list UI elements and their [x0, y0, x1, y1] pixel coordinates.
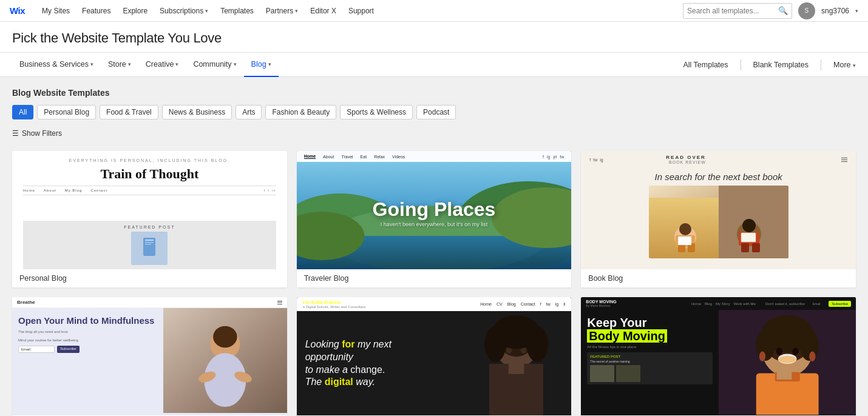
more-chevron-icon: ▾ [853, 62, 856, 69]
view-button-5[interactable]: View [399, 357, 433, 374]
cat-right-links: All Templates Blank Templates More ▾ [683, 59, 856, 70]
all-templates-link[interactable]: All Templates [683, 61, 728, 69]
top-nav-links: My Sites Features Explore Subscriptions▾… [36, 0, 683, 22]
tag-podcast[interactable]: Podcast [416, 105, 456, 119]
template-grid: EVERYTHING IS PERSONAL, INCLUDING THIS B… [12, 151, 856, 416]
edit-button[interactable]: Edit [155, 212, 185, 227]
template-card-mindfulness-blog[interactable]: Breathe Open Your Mind to Mindfulness Th… [12, 297, 287, 416]
wix-logo[interactable]: Wix [10, 5, 25, 16]
section-title: Blog Website Templates [12, 88, 856, 98]
cat-divider-2 [821, 59, 821, 70]
nav-subscriptions[interactable]: Subscriptions▾ [154, 0, 214, 22]
view-button-3[interactable]: View [683, 211, 717, 228]
view-button-6[interactable]: View [683, 357, 717, 374]
tag-fashion-beauty[interactable]: Fashion & Beauty [265, 105, 336, 119]
tag-sports-wellness[interactable]: Sports & Wellness [340, 105, 413, 119]
search-bar[interactable]: 🔍 [683, 3, 792, 19]
nav-editor-x[interactable]: Editor X [304, 0, 342, 22]
show-filters-button[interactable]: ☰ Show Filters [12, 129, 62, 138]
tag-food-travel[interactable]: Food & Travel [100, 105, 158, 119]
cat-chevron-2: ▾ [175, 61, 178, 67]
nav-partners[interactable]: Partners▾ [260, 0, 304, 22]
edit-button-5[interactable]: Edit [439, 358, 469, 374]
show-filters-label: Show Filters [22, 129, 62, 138]
nav-templates[interactable]: Templates [214, 0, 260, 22]
cat-community[interactable]: Community ▾ [186, 53, 243, 77]
template-card-book-blog[interactable]: ftwig READ OVER BOOK REVIEW In search fo… [581, 151, 856, 287]
tag-all[interactable]: All [12, 105, 33, 119]
template-card-personal-blog[interactable]: EVERYTHING IS PERSONAL, INCLUDING THIS B… [12, 151, 287, 287]
cat-chevron-0: ▾ [90, 61, 93, 67]
avatar: S [798, 2, 815, 19]
nav-my-sites[interactable]: My Sites [36, 0, 76, 22]
cat-business-services[interactable]: Business & Services ▾ [12, 53, 101, 77]
tpl-traveler-subtitle: I haven't been everywhere, but it's on m… [373, 221, 496, 227]
tag-personal-blog[interactable]: Personal Blog [37, 105, 96, 119]
filter-icon: ☰ [12, 129, 19, 138]
template-card-traveler-blog[interactable]: Home About Travel Eat Relax Videos figpt… [297, 151, 572, 287]
nav-support[interactable]: Support [342, 0, 380, 22]
tag-arts[interactable]: Arts [236, 105, 262, 119]
template-card-body-moving-blog[interactable]: BODY MOVING By Maria Martinez HomeBlogMy… [581, 297, 856, 416]
show-filters-bar: ☰ Show Filters [12, 126, 856, 141]
main-content: Blog Website Templates All Personal Blog… [0, 77, 868, 416]
edit-button-4[interactable]: Edit [155, 358, 185, 374]
page-title-bar: Pick the Website Template You Love [0, 22, 868, 53]
page-title: Pick the Website Template You Love [12, 30, 856, 46]
nav-features[interactable]: Features [76, 0, 117, 22]
view-button-4[interactable]: View [115, 357, 149, 374]
more-link[interactable]: More ▾ [833, 61, 856, 69]
cat-chevron-3: ▾ [234, 61, 237, 67]
top-nav-right: 🔍 S sng3706 ▾ [683, 2, 858, 19]
search-input[interactable] [687, 7, 778, 15]
cat-creative[interactable]: Creative ▾ [138, 53, 186, 77]
edit-button-6[interactable]: Edit [724, 358, 753, 374]
template-card-digital-blog[interactable]: I'm Sofia Franco. a Digital Activist, Wr… [297, 297, 572, 416]
cat-divider [741, 59, 741, 70]
search-icon: 🔍 [778, 6, 788, 15]
tag-filters: All Personal Blog Food & Travel News & B… [12, 105, 856, 119]
cat-store[interactable]: Store ▾ [101, 53, 138, 77]
cat-blog[interactable]: Blog ▾ [244, 53, 279, 77]
tpl-traveler-title: Going Places [373, 200, 496, 219]
cat-chevron-1: ▾ [128, 61, 131, 67]
category-navigation: Business & Services ▾ Store ▾ Creative ▾… [0, 53, 868, 77]
user-name[interactable]: sng3706 [821, 7, 849, 15]
nav-explore[interactable]: Explore [117, 0, 154, 22]
view-button[interactable]: View [115, 211, 149, 228]
tag-news-business[interactable]: News & Business [162, 105, 232, 119]
edit-button-3[interactable]: Edit [724, 212, 753, 227]
blank-templates-link[interactable]: Blank Templates [753, 61, 809, 69]
cat-chevron-4: ▾ [268, 61, 271, 67]
user-chevron-icon[interactable]: ▾ [855, 8, 858, 14]
top-navigation: Wix My Sites Features Explore Subscripti… [0, 0, 868, 22]
